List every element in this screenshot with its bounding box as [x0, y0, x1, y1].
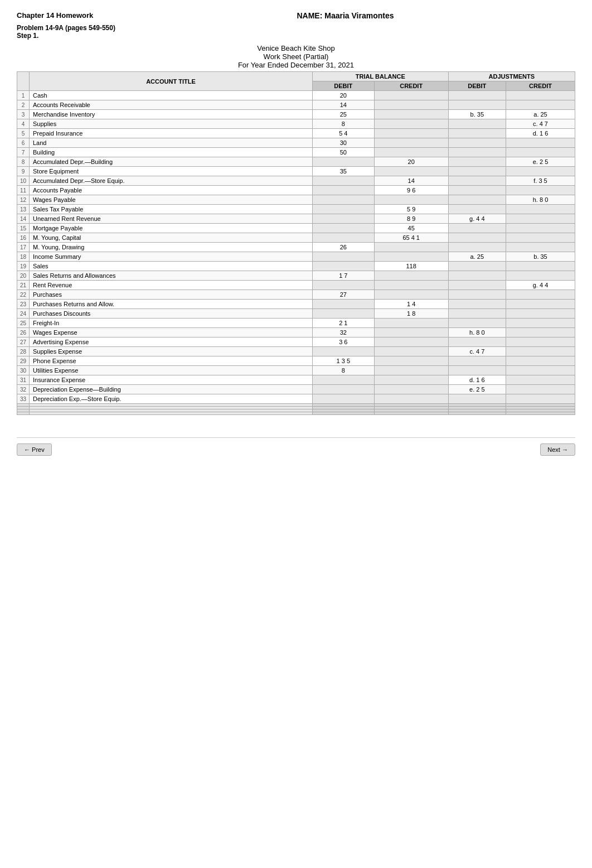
empty-val — [506, 356, 575, 366]
step-label: Step 1. — [17, 32, 115, 40]
empty-val — [374, 328, 448, 337]
empty-val — [312, 281, 374, 290]
empty-val — [506, 262, 575, 271]
row-number: 7 — [17, 148, 30, 157]
problem-label: Problem 14-9A (pages 549-550) — [17, 24, 115, 32]
amount-cell: 14 — [312, 100, 374, 110]
tb-debit-header: DEBIT — [312, 81, 374, 91]
empty-adj-credit — [506, 412, 575, 415]
period: For Year Ended December 31, 2021 — [17, 61, 575, 69]
sheet-type: Work Sheet (Partial) — [17, 52, 575, 61]
empty-val — [374, 356, 448, 366]
amount-cell: f. 3 5 — [506, 176, 575, 186]
empty-val — [506, 347, 575, 356]
empty-val — [448, 129, 506, 138]
empty-val — [374, 138, 448, 148]
empty-val — [506, 309, 575, 319]
account-name: Unearned Rent Revenue — [30, 214, 313, 224]
account-name: Purchases — [30, 290, 313, 300]
empty-val — [374, 394, 448, 404]
account-name: Cash — [30, 91, 313, 100]
account-name: Insurance Expense — [30, 375, 313, 385]
empty-val — [374, 110, 448, 119]
empty-val — [448, 309, 506, 319]
empty-val — [374, 347, 448, 356]
empty-val — [448, 138, 506, 148]
account-name: Purchases Returns and Allow. — [30, 300, 313, 309]
row-number: 33 — [17, 394, 30, 404]
amount-cell: 20 — [312, 91, 374, 100]
account-name: Accounts Payable — [30, 186, 313, 195]
amount-cell: 45 — [374, 224, 448, 233]
amount-cell: 1 4 — [374, 300, 448, 309]
row-number: 23 — [17, 300, 30, 309]
row-number: 1 — [17, 91, 30, 100]
empty-tb-debit — [312, 412, 374, 415]
empty-val — [506, 214, 575, 224]
row-number: 22 — [17, 290, 30, 300]
empty-val — [374, 100, 448, 110]
empty-val — [506, 394, 575, 404]
empty-val — [448, 91, 506, 100]
row-number: 21 — [17, 281, 30, 290]
empty-val — [448, 356, 506, 366]
adjustments-header: ADJUSTMENTS — [448, 72, 575, 81]
row-number: 6 — [17, 138, 30, 148]
empty-val — [312, 347, 374, 356]
empty-val — [448, 366, 506, 375]
amount-cell: 5 9 — [374, 205, 448, 214]
empty-val — [448, 195, 506, 205]
empty-val — [374, 271, 448, 281]
amount-cell: h. 8 0 — [448, 328, 506, 337]
empty-val — [448, 186, 506, 195]
amount-cell: 65 4 1 — [374, 233, 448, 243]
amount-cell: a. 25 — [448, 252, 506, 262]
row-number: 5 — [17, 129, 30, 138]
amount-cell: b. 35 — [506, 252, 575, 262]
amount-cell: 27 — [312, 290, 374, 300]
empty-val — [448, 271, 506, 281]
amount-cell: 30 — [312, 138, 374, 148]
amount-cell: c. 4 7 — [448, 347, 506, 356]
worksheet-table: ACCOUNT TITLE TRIAL BALANCE ADJUSTMENTS … — [17, 71, 575, 415]
empty-val — [374, 167, 448, 176]
trial-balance-header: TRIAL BALANCE — [312, 72, 448, 81]
account-name: M. Young, Drawing — [30, 243, 313, 252]
row-number: 32 — [17, 385, 30, 394]
empty-val — [448, 205, 506, 214]
adj-credit-header: CREDIT — [506, 81, 575, 91]
empty-val — [312, 157, 374, 167]
empty-val — [448, 243, 506, 252]
empty-val — [312, 186, 374, 195]
empty-val — [506, 290, 575, 300]
account-name: Land — [30, 138, 313, 148]
amount-cell: d. 1 6 — [448, 375, 506, 385]
account-name: Wages Expense — [30, 328, 313, 337]
empty-val — [312, 394, 374, 404]
empty-val — [448, 233, 506, 243]
amount-cell: c. 4 7 — [506, 119, 575, 129]
empty-val — [374, 337, 448, 347]
amount-cell: 14 — [374, 176, 448, 186]
account-title-header: ACCOUNT TITLE — [30, 72, 313, 91]
prev-button[interactable]: ← Prev — [17, 443, 52, 456]
empty-val — [448, 394, 506, 404]
amount-cell: 3 6 — [312, 337, 374, 347]
amount-cell: a. 25 — [506, 110, 575, 119]
empty-val — [448, 337, 506, 347]
empty-val — [312, 205, 374, 214]
amount-cell: e. 2 5 — [506, 157, 575, 167]
empty-val — [312, 309, 374, 319]
account-name: Supplies — [30, 119, 313, 129]
account-name: Supplies Expense — [30, 347, 313, 356]
empty-val — [506, 243, 575, 252]
next-button[interactable]: Next → — [540, 443, 575, 456]
amount-cell: 8 9 — [374, 214, 448, 224]
row-number: 27 — [17, 337, 30, 347]
row-number: 15 — [17, 224, 30, 233]
row-number: 30 — [17, 366, 30, 375]
empty-val — [312, 385, 374, 394]
empty-val — [312, 224, 374, 233]
empty-val — [374, 129, 448, 138]
amount-cell: 5 4 — [312, 129, 374, 138]
